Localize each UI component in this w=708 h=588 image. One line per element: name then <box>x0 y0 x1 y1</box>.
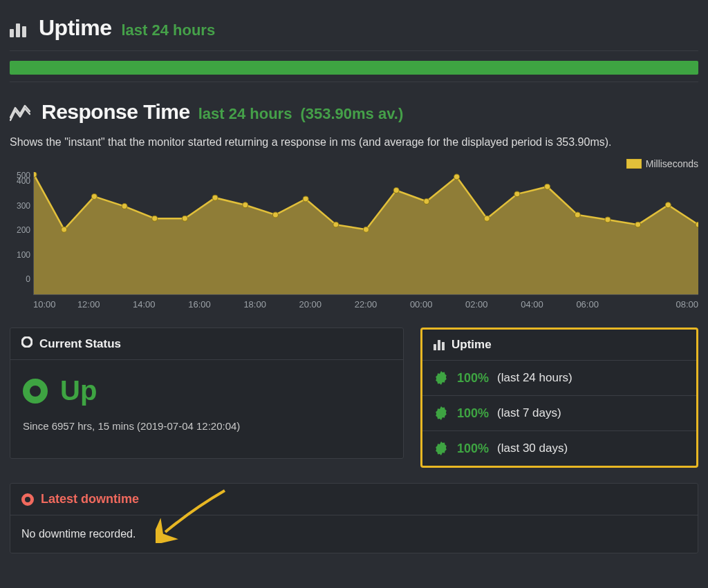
uptime-period: (last 24 hours) <box>497 371 572 385</box>
svg-point-6 <box>212 195 218 200</box>
uptime-pct: 100% <box>457 442 489 456</box>
seal-icon <box>434 441 449 456</box>
uptime-pct: 100% <box>457 406 489 421</box>
svg-point-23 <box>22 337 32 347</box>
uptime-section-header: Uptime last 24 hours <box>10 15 698 51</box>
x-tick: 02:00 <box>449 299 504 310</box>
current-status-panel: Current Status Up Since 6957 hrs, 15 min… <box>10 328 404 459</box>
seal-icon <box>434 370 449 386</box>
x-tick: 22:00 <box>338 299 393 310</box>
latest-downtime-body: No downtime recorded. <box>10 515 698 553</box>
current-status-heading-text: Current Status <box>39 337 121 351</box>
svg-point-15 <box>484 216 490 221</box>
latest-downtime-heading-text: Latest downtime <box>41 492 139 506</box>
response-average: (353.90ms av.) <box>300 105 403 123</box>
uptime-panel: Uptime 100%(last 24 hours)100%(last 7 da… <box>420 328 698 468</box>
svg-point-17 <box>545 184 550 189</box>
svg-point-0 <box>34 172 37 178</box>
uptime-row: 100%(last 7 days) <box>422 395 696 430</box>
status-up-text: Up <box>60 375 97 406</box>
uptime-row: 100%(last 24 hours) <box>422 361 696 395</box>
response-subtitle: last 24 hours <box>198 105 292 123</box>
response-description: Shows the "instant" that the monitor sta… <box>10 136 698 149</box>
svg-point-16 <box>514 191 520 197</box>
uptime-row: 100%(last 30 days) <box>422 430 696 466</box>
y-tick: 0 <box>10 276 33 301</box>
chart-x-axis: 10:0012:0014:0016:0018:0020:0022:0000:00… <box>33 299 698 310</box>
y-tick: 300 <box>10 202 33 227</box>
svg-point-18 <box>575 212 580 218</box>
y-tick: 400 <box>10 178 33 202</box>
latest-downtime-panel: Latest downtime No downtime recorded. <box>10 483 698 553</box>
svg-point-22 <box>696 222 698 227</box>
divider <box>10 82 698 82</box>
uptime-period: (last 30 days) <box>497 442 568 455</box>
y-tick: 100 <box>10 252 33 276</box>
record-icon-red <box>21 493 34 506</box>
svg-point-13 <box>424 199 429 205</box>
uptime-subtitle: last 24 hours <box>121 21 215 39</box>
svg-point-3 <box>122 204 127 209</box>
uptime-panel-heading-text: Uptime <box>451 338 492 352</box>
legend-label: Milliseconds <box>646 158 698 169</box>
svg-point-4 <box>152 216 158 221</box>
uptime-title: Uptime <box>39 15 111 41</box>
trend-icon <box>10 104 30 122</box>
chart-plot-area <box>33 172 698 295</box>
record-icon <box>21 336 32 351</box>
svg-point-11 <box>363 227 369 232</box>
svg-point-20 <box>635 222 641 227</box>
svg-point-8 <box>272 212 278 218</box>
uptime-24h-bar <box>10 61 698 75</box>
svg-point-12 <box>393 188 399 193</box>
x-tick: 14:00 <box>116 299 171 310</box>
chart-legend: Milliseconds <box>10 158 698 169</box>
seal-icon <box>434 406 449 421</box>
svg-point-5 <box>182 216 187 221</box>
chart-y-axis: 5004003002001000 <box>10 172 33 310</box>
x-tick: 12:00 <box>61 299 116 310</box>
svg-point-9 <box>303 196 308 202</box>
bars-icon <box>10 23 29 37</box>
uptime-panel-heading: Uptime <box>422 330 696 361</box>
response-title: Response Time <box>41 100 190 124</box>
legend-swatch <box>626 159 642 169</box>
uptime-pct: 100% <box>457 371 489 386</box>
svg-point-2 <box>91 193 97 199</box>
uptime-period: (last 7 days) <box>497 406 561 420</box>
x-tick: 18:00 <box>227 299 283 310</box>
x-tick: 16:00 <box>171 299 227 310</box>
status-since: Since 6957 hrs, 15 mins (2019-07-04 12:2… <box>23 420 391 432</box>
svg-point-1 <box>62 227 67 232</box>
latest-downtime-heading: Latest downtime <box>10 484 698 515</box>
svg-point-7 <box>243 202 248 208</box>
response-chart: 5004003002001000 10:0012:0014:0016:0018:… <box>10 172 698 310</box>
svg-point-14 <box>454 174 460 180</box>
x-tick: 04:00 <box>504 299 559 310</box>
bars-icon <box>434 340 445 350</box>
svg-point-21 <box>665 202 671 208</box>
x-tick: 08:00 <box>643 299 698 310</box>
x-tick: 20:00 <box>283 299 338 310</box>
response-section-header: Response Time last 24 hours (353.90ms av… <box>10 100 698 124</box>
current-status-heading: Current Status <box>10 328 403 360</box>
x-tick: 00:00 <box>393 299 449 310</box>
y-tick: 200 <box>10 227 33 252</box>
svg-point-19 <box>605 217 611 222</box>
svg-point-10 <box>333 222 339 227</box>
status-up-icon <box>23 379 48 404</box>
x-tick: 06:00 <box>560 299 615 310</box>
